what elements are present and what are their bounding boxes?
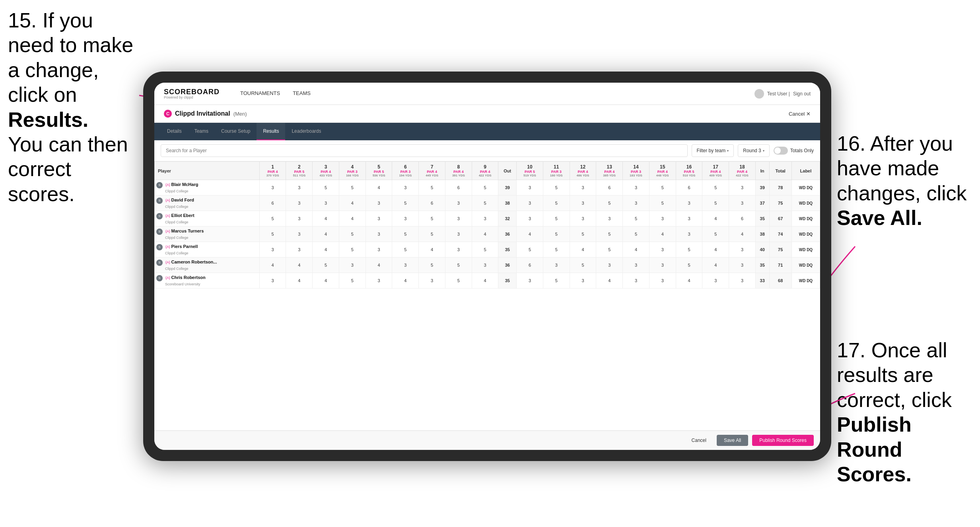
score-back-4-15[interactable]: 3 — [649, 242, 676, 258]
score-back-4-13[interactable]: 5 — [596, 242, 623, 258]
score-front-6-4[interactable]: 5 — [339, 273, 366, 289]
score-back-2-12[interactable]: 3 — [570, 211, 596, 227]
score-back-6-12[interactable]: 3 — [570, 273, 596, 289]
score-back-3-11[interactable]: 5 — [543, 227, 570, 242]
filter-by-team-button[interactable]: Filter by team ▾ — [692, 144, 734, 157]
score-back-6-16[interactable]: 4 — [676, 273, 702, 289]
score-back-3-18[interactable]: 4 — [729, 227, 756, 242]
score-front-2-8[interactable]: 3 — [445, 211, 472, 227]
score-back-0-13[interactable]: 6 — [596, 180, 623, 196]
score-front-0-6[interactable]: 3 — [392, 180, 419, 196]
score-front-0-3[interactable]: 5 — [313, 180, 339, 196]
score-front-5-6[interactable]: 3 — [392, 258, 419, 273]
score-front-6-7[interactable]: 3 — [419, 273, 445, 289]
score-back-4-14[interactable]: 4 — [623, 242, 649, 258]
score-front-1-5[interactable]: 3 — [366, 196, 392, 211]
score-front-4-9[interactable]: 5 — [472, 242, 498, 258]
score-back-6-18[interactable]: 3 — [729, 273, 756, 289]
score-back-6-13[interactable]: 4 — [596, 273, 623, 289]
score-front-6-1[interactable]: 3 — [259, 273, 286, 289]
score-back-5-10[interactable]: 6 — [517, 258, 543, 273]
score-front-3-6[interactable]: 5 — [392, 227, 419, 242]
wd-button-2[interactable]: WD — [799, 217, 806, 221]
dq-button-1[interactable]: DQ — [807, 201, 813, 205]
score-back-0-17[interactable]: 5 — [702, 180, 729, 196]
score-front-5-2[interactable]: 4 — [286, 258, 313, 273]
score-front-3-4[interactable]: 5 — [339, 227, 366, 242]
score-back-0-12[interactable]: 3 — [570, 180, 596, 196]
score-back-5-17[interactable]: 4 — [702, 258, 729, 273]
save-all-button[interactable]: Save All — [717, 435, 748, 446]
score-front-4-1[interactable]: 3 — [259, 242, 286, 258]
tab-results[interactable]: Results — [257, 123, 285, 140]
dq-button-4[interactable]: DQ — [807, 248, 813, 252]
score-back-1-13[interactable]: 5 — [596, 196, 623, 211]
score-back-2-11[interactable]: 5 — [543, 211, 570, 227]
score-front-0-5[interactable]: 4 — [366, 180, 392, 196]
score-back-1-10[interactable]: 3 — [517, 196, 543, 211]
score-front-2-7[interactable]: 5 — [419, 211, 445, 227]
score-front-0-7[interactable]: 5 — [419, 180, 445, 196]
score-front-2-3[interactable]: 4 — [313, 211, 339, 227]
score-front-2-6[interactable]: 3 — [392, 211, 419, 227]
nav-teams[interactable]: TEAMS — [288, 83, 315, 105]
score-back-1-18[interactable]: 3 — [729, 196, 756, 211]
tab-course-setup[interactable]: Course Setup — [215, 123, 257, 140]
score-front-5-9[interactable]: 3 — [472, 258, 498, 273]
score-front-0-9[interactable]: 5 — [472, 180, 498, 196]
score-front-2-5[interactable]: 3 — [366, 211, 392, 227]
score-front-3-8[interactable]: 3 — [445, 227, 472, 242]
score-back-0-18[interactable]: 3 — [729, 180, 756, 196]
score-back-2-16[interactable]: 3 — [676, 211, 702, 227]
tab-details[interactable]: Details — [161, 123, 188, 140]
wd-button-5[interactable]: WD — [799, 263, 806, 267]
score-back-4-11[interactable]: 5 — [543, 242, 570, 258]
signout-link[interactable]: Sign out — [793, 91, 811, 97]
search-input[interactable] — [161, 144, 688, 157]
score-front-1-2[interactable]: 3 — [286, 196, 313, 211]
tab-teams[interactable]: Teams — [188, 123, 215, 140]
score-front-5-7[interactable]: 5 — [419, 258, 445, 273]
score-back-2-14[interactable]: 5 — [623, 211, 649, 227]
score-front-1-6[interactable]: 5 — [392, 196, 419, 211]
score-back-0-16[interactable]: 6 — [676, 180, 702, 196]
score-back-5-14[interactable]: 3 — [623, 258, 649, 273]
score-back-3-14[interactable]: 5 — [623, 227, 649, 242]
score-back-5-18[interactable]: 3 — [729, 258, 756, 273]
dq-button-5[interactable]: DQ — [807, 263, 813, 267]
score-front-6-3[interactable]: 4 — [313, 273, 339, 289]
score-back-4-12[interactable]: 4 — [570, 242, 596, 258]
score-front-5-8[interactable]: 5 — [445, 258, 472, 273]
dq-button-2[interactable]: DQ — [807, 217, 813, 221]
score-front-0-2[interactable]: 3 — [286, 180, 313, 196]
score-back-1-17[interactable]: 5 — [702, 196, 729, 211]
score-front-3-1[interactable]: 5 — [259, 227, 286, 242]
score-back-3-16[interactable]: 3 — [676, 227, 702, 242]
cancel-tournament-button[interactable]: Cancel ✕ — [789, 111, 811, 117]
score-back-5-15[interactable]: 3 — [649, 258, 676, 273]
score-back-4-16[interactable]: 5 — [676, 242, 702, 258]
score-front-2-1[interactable]: 5 — [259, 211, 286, 227]
score-back-2-18[interactable]: 6 — [729, 211, 756, 227]
score-back-1-16[interactable]: 3 — [676, 196, 702, 211]
wd-button-3[interactable]: WD — [799, 232, 806, 236]
score-front-6-8[interactable]: 5 — [445, 273, 472, 289]
score-front-0-1[interactable]: 3 — [259, 180, 286, 196]
score-front-6-6[interactable]: 4 — [392, 273, 419, 289]
score-back-4-10[interactable]: 5 — [517, 242, 543, 258]
score-back-6-10[interactable]: 3 — [517, 273, 543, 289]
score-back-6-15[interactable]: 3 — [649, 273, 676, 289]
score-front-2-2[interactable]: 3 — [286, 211, 313, 227]
score-front-5-3[interactable]: 5 — [313, 258, 339, 273]
score-front-3-2[interactable]: 3 — [286, 227, 313, 242]
score-front-0-8[interactable]: 6 — [445, 180, 472, 196]
score-front-5-4[interactable]: 3 — [339, 258, 366, 273]
score-back-3-17[interactable]: 5 — [702, 227, 729, 242]
score-front-1-7[interactable]: 6 — [419, 196, 445, 211]
score-front-3-5[interactable]: 3 — [366, 227, 392, 242]
score-back-6-14[interactable]: 3 — [623, 273, 649, 289]
score-front-4-8[interactable]: 3 — [445, 242, 472, 258]
score-back-3-15[interactable]: 4 — [649, 227, 676, 242]
score-front-1-1[interactable]: 6 — [259, 196, 286, 211]
cancel-footer-button[interactable]: Cancel — [685, 435, 713, 446]
